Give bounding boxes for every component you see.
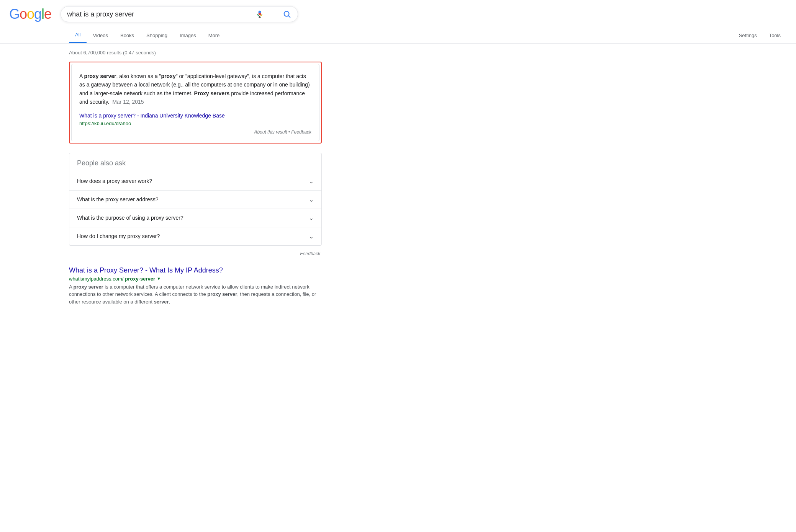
snippet-bold-proxy: proxy xyxy=(161,73,176,79)
logo-letter-o1: o xyxy=(20,6,27,22)
logo-letter-e: e xyxy=(44,6,51,22)
snippet-link[interactable]: What is a proxy server? - Indiana Univer… xyxy=(79,113,311,119)
result-1-bold-server: server xyxy=(154,299,169,305)
tab-more[interactable]: More xyxy=(202,28,226,43)
logo-letter-o2: o xyxy=(27,6,34,22)
paa-expand-2-icon: ⌄ xyxy=(309,196,314,203)
snippet-url: https://kb.iu.edu/d/ahoo xyxy=(79,121,131,126)
paa-question-4[interactable]: How do I change my proxy server? ⌄ xyxy=(69,227,321,245)
result-1-title[interactable]: What is a Proxy Server? - What Is My IP … xyxy=(69,266,322,274)
nav-tabs: All Videos Books Shopping Images More Se… xyxy=(0,27,796,44)
result-1-url-arrow-icon: ▼ xyxy=(157,276,161,281)
results-count: About 6,700,000 results (0.47 seconds) xyxy=(69,50,336,55)
paa-expand-1-icon: ⌄ xyxy=(309,178,314,185)
paa-feedback[interactable]: Feedback xyxy=(69,249,322,259)
tab-images[interactable]: Images xyxy=(174,28,202,43)
snippet-bold-proxy-servers: Proxy servers xyxy=(194,90,230,96)
paa-question-4-text: How do I change my proxy server? xyxy=(77,233,160,239)
result-1-snippet: A proxy server is a computer that offers… xyxy=(69,283,322,306)
search-icons xyxy=(256,10,292,19)
header: Google xyxy=(0,0,796,27)
snippet-footer[interactable]: About this result • Feedback xyxy=(79,129,311,135)
snippet-bold-proxy-server: proxy server xyxy=(84,73,116,79)
tab-books[interactable]: Books xyxy=(114,28,140,43)
tab-all[interactable]: All xyxy=(69,27,87,43)
featured-snippet: A proxy server, also known as a "proxy" … xyxy=(71,64,319,141)
search-bar xyxy=(61,6,298,22)
paa-expand-4-icon: ⌄ xyxy=(309,233,314,240)
tab-videos[interactable]: Videos xyxy=(87,28,114,43)
main-content: About 6,700,000 results (0.47 seconds) A… xyxy=(0,44,345,312)
paa-question-3[interactable]: What is the purpose of using a proxy ser… xyxy=(69,209,321,227)
result-1-url-highlight: proxy-server xyxy=(125,276,155,282)
result-1-url-row: whatismyipaddress.com/proxy-server ▼ xyxy=(69,276,322,282)
paa-question-1[interactable]: How does a proxy server work? ⌄ xyxy=(69,172,321,190)
result-1-bold-proxy-server-1: proxy server xyxy=(74,284,103,290)
microphone-icon[interactable] xyxy=(256,10,264,18)
search-result-1: What is a Proxy Server? - What Is My IP … xyxy=(69,266,322,306)
paa-question-1-text: How does a proxy server work? xyxy=(77,178,152,184)
people-also-ask-box: People also ask How does a proxy server … xyxy=(69,153,322,246)
nav-right: Settings Tools xyxy=(733,28,787,43)
search-input[interactable] xyxy=(67,10,256,18)
result-1-bold-proxy-server-2: proxy server xyxy=(207,291,237,297)
featured-snippet-wrapper: A proxy server, also known as a "proxy" … xyxy=(69,62,322,144)
snippet-date: Mar 12, 2015 xyxy=(112,99,144,105)
tab-shopping[interactable]: Shopping xyxy=(140,28,174,43)
search-divider xyxy=(273,10,273,19)
result-1-url-base: whatismyipaddress.com/ xyxy=(69,276,123,282)
tab-settings[interactable]: Settings xyxy=(733,28,763,43)
google-logo[interactable]: Google xyxy=(9,6,51,22)
snippet-text: A proxy server, also known as a "proxy" … xyxy=(79,72,311,106)
svg-line-3 xyxy=(288,16,290,17)
paa-heading: People also ask xyxy=(69,153,321,172)
paa-expand-3-icon: ⌄ xyxy=(309,214,314,222)
paa-question-3-text: What is the purpose of using a proxy ser… xyxy=(77,215,183,221)
tab-tools[interactable]: Tools xyxy=(763,28,787,43)
logo-letter-g2: g xyxy=(34,6,41,22)
logo-letter-g: G xyxy=(9,6,20,22)
paa-question-2[interactable]: What is the proxy server address? ⌄ xyxy=(69,190,321,209)
search-button[interactable] xyxy=(282,10,292,19)
paa-question-2-text: What is the proxy server address? xyxy=(77,196,158,202)
